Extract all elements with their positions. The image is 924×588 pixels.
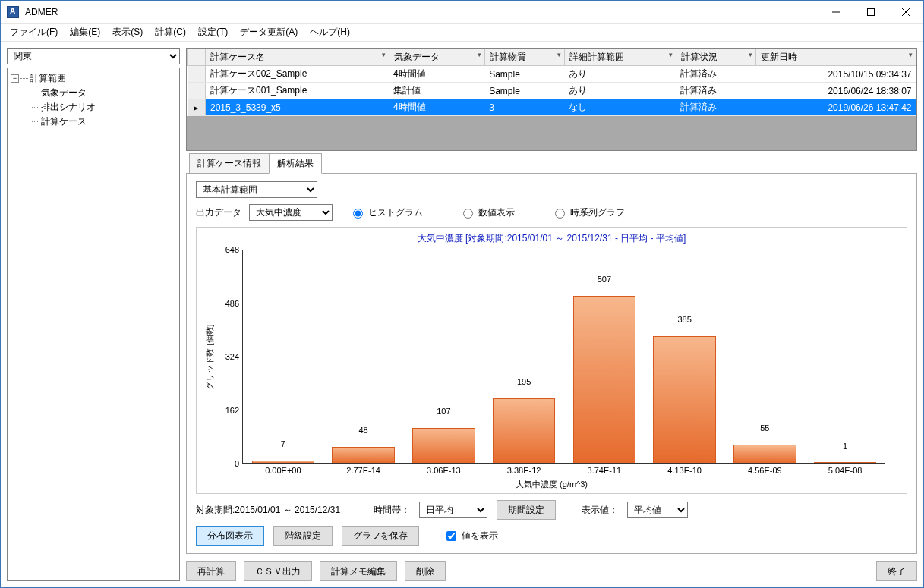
scope-select[interactable]: 基本計算範囲 [196, 181, 317, 198]
menu-item[interactable]: データ更新(A) [234, 24, 304, 40]
class-button[interactable]: 階級設定 [273, 526, 333, 546]
chart-title: 大気中濃度 [対象期間:2015/01/01 ～ 2015/12/31 - 日平… [203, 232, 900, 245]
savegraph-button[interactable]: グラフを保存 [342, 526, 419, 546]
chart-bar [252, 461, 314, 463]
output-label: 出力データ [196, 206, 241, 219]
menubar: ファイル(F)編集(E)表示(S)計算(C)設定(T)データ更新(A)ヘルプ(H… [1, 24, 923, 42]
period-button[interactable]: 期間設定 [497, 500, 556, 520]
app-window: ADMER ファイル(F)編集(E)表示(S)計算(C)設定(T)データ更新(A… [0, 0, 924, 588]
chart-yticks: 0162324486648 [216, 250, 242, 464]
chart-bar [573, 296, 635, 463]
menu-item[interactable]: ヘルプ(H) [304, 24, 356, 40]
output-select[interactable]: 大気中濃度 [249, 204, 333, 221]
radio-timeseries[interactable]: 時系列グラフ [551, 206, 625, 219]
recalc-button[interactable]: 再計算 [186, 561, 236, 581]
chart-bar [332, 447, 394, 463]
maximize-icon [867, 8, 875, 16]
dispval-label: 表示値： [582, 504, 618, 517]
radio-numeric[interactable]: 数値表示 [459, 206, 515, 219]
menu-item[interactable]: ファイル(F) [4, 24, 64, 40]
menu-item[interactable]: 計算(C) [149, 24, 192, 40]
left-panel: 関東 − 計算範囲 気象データ排出シナリオ計算ケース [7, 48, 180, 581]
tree-child[interactable]: 気象データ [32, 86, 176, 100]
maximize-button[interactable] [853, 1, 888, 24]
close-icon [902, 8, 910, 16]
dispval-select[interactable]: 平均値 [627, 502, 688, 518]
right-panel: 計算ケース名▾気象データ▾計算物質▾詳細計算範囲▾計算状況▾更新日時▾計算ケース… [186, 48, 917, 581]
tab-info[interactable]: 計算ケース情報 [189, 153, 270, 173]
csv-button[interactable]: ＣＳＶ出力 [244, 561, 312, 581]
delete-button[interactable]: 削除 [405, 561, 446, 581]
tree-child[interactable]: 計算ケース [32, 115, 176, 129]
tree-panel: − 計算範囲 気象データ排出シナリオ計算ケース [7, 68, 180, 581]
table-row[interactable]: ▸2015_3_5339_x54時間値3なし計算済み2019/06/26 13:… [188, 99, 916, 116]
chart-bar [653, 336, 715, 463]
tab-page-result: 基本計算範囲 出力データ 大気中濃度 ヒストグラム 数値表示 時系列グラフ [186, 174, 917, 554]
chart-bar [412, 428, 475, 463]
titlebar: ADMER [1, 1, 923, 24]
close-app-button[interactable]: 終了 [876, 561, 917, 581]
period-label: 対象期間:2015/01/01 ～ 2015/12/31 [196, 504, 340, 517]
chart-bar [733, 445, 796, 463]
distribution-button[interactable]: 分布図表示 [196, 526, 264, 546]
chart: 大気中濃度 [対象期間:2015/01/01 ～ 2015/12/31 - 日平… [196, 227, 907, 494]
memo-button[interactable]: 計算メモ編集 [320, 561, 397, 581]
tree-root[interactable]: − 計算範囲 [11, 71, 176, 86]
tree-child[interactable]: 排出シナリオ [32, 100, 176, 115]
chart-plot: 70.00E+00482.77E-141073.06E-131953.38E-1… [242, 250, 885, 464]
minimize-icon [832, 8, 840, 16]
collapse-icon[interactable]: − [11, 74, 19, 83]
timeband-label: 時間帯： [374, 504, 410, 517]
close-button[interactable] [888, 1, 923, 24]
chart-bar [493, 398, 555, 463]
menu-item[interactable]: 表示(S) [106, 24, 149, 40]
tabstrip: 計算ケース情報 解析結果 [186, 156, 917, 174]
showvalues-checkbox[interactable]: 値を表示 [443, 529, 498, 543]
timeband-select[interactable]: 日平均 [419, 502, 487, 518]
chart-ylabel: グリッド数 [個数] [204, 324, 216, 389]
tree-root-label: 計算範囲 [30, 72, 66, 85]
svg-rect-1 [868, 8, 875, 15]
tab-result[interactable]: 解析結果 [269, 153, 322, 174]
body-area: 関東 − 計算範囲 気象データ排出シナリオ計算ケース 計算ケース名▾気象データ▾… [1, 42, 923, 587]
minimize-button[interactable] [818, 1, 853, 24]
region-select[interactable]: 関東 [7, 48, 180, 64]
chart-bar [814, 462, 876, 463]
menu-item[interactable]: 設定(T) [192, 24, 234, 40]
window-title: ADMER [25, 7, 818, 17]
footer-buttons: 再計算 ＣＳＶ出力 計算メモ編集 削除 終了 [186, 558, 917, 581]
app-icon [7, 6, 19, 18]
table-row[interactable]: 計算ケース001_Sample集計値Sampleあり計算済み2016/06/24… [188, 83, 916, 99]
menu-item[interactable]: 編集(E) [64, 24, 106, 40]
radio-histogram[interactable]: ヒストグラム [349, 206, 423, 219]
table-row[interactable]: 計算ケース002_Sample4時間値Sampleあり計算済み2015/10/1… [188, 66, 916, 83]
chart-xlabel: 大気中濃度 (g/m^3) [203, 479, 900, 490]
case-grid[interactable]: 計算ケース名▾気象データ▾計算物質▾詳細計算範囲▾計算状況▾更新日時▾計算ケース… [186, 48, 917, 151]
